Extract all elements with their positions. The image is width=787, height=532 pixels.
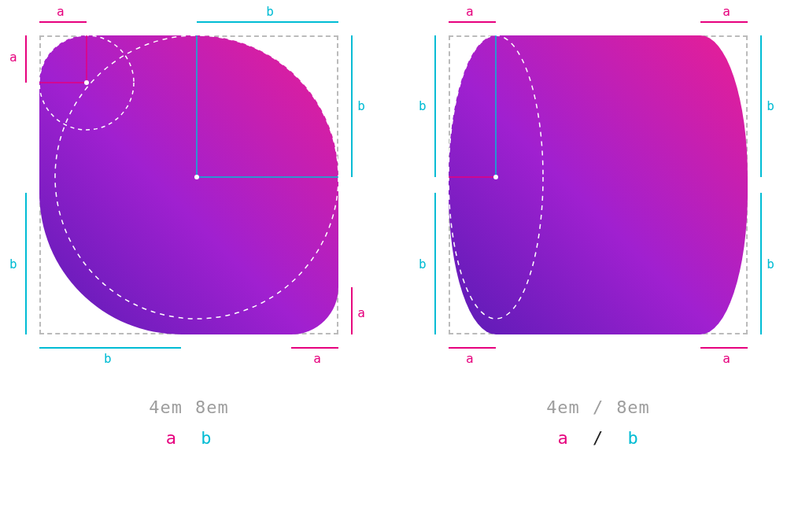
dim-right-top-b (760, 35, 762, 177)
dim-bottom-left-a (449, 347, 496, 349)
dim-right-b (351, 35, 353, 177)
dim-bottom-right-a (700, 347, 748, 349)
syntax-annot: a / b (433, 428, 763, 448)
rounded-box-left (39, 35, 338, 334)
dim-label: b (767, 98, 774, 113)
rounded-box-right (449, 35, 748, 334)
dim-label: a (466, 4, 474, 19)
dim-label: b (266, 4, 274, 19)
dim-left-b (25, 193, 27, 334)
dim-label: b (9, 257, 17, 272)
dim-left-bottom-b (434, 193, 436, 334)
dim-right-a (351, 287, 353, 334)
dim-top-a (39, 21, 87, 23)
diagram-wrap: a a b b a a b b 4em8em (0, 0, 787, 448)
dim-label: b (767, 257, 774, 272)
caption-left: 4em8em a b (24, 397, 354, 448)
dim-label: a (57, 4, 65, 19)
dim-top-b (197, 21, 338, 23)
caption-right: 4em/8em a / b (433, 397, 763, 448)
dim-top-right-a (700, 21, 748, 23)
syntax-text: 4em8em (24, 397, 354, 417)
dim-label: b (104, 351, 112, 366)
shape-holder-right: a a b b b b a a (449, 35, 748, 334)
panel-left: a a b b a a b b 4em8em (24, 35, 354, 448)
syntax-text: 4em/8em (433, 397, 763, 417)
shape-holder-left: a a b b a a b b (39, 35, 338, 334)
dim-label: a (9, 50, 17, 65)
dim-label: a (313, 351, 321, 366)
dim-label: b (419, 257, 427, 272)
dim-label: a (357, 305, 365, 320)
dim-bottom-a (291, 347, 338, 349)
dim-label: a (466, 351, 474, 366)
dim-top-left-a (449, 21, 496, 23)
dim-bottom-b (39, 347, 181, 349)
dim-label: b (419, 98, 427, 113)
dim-left-top-b (434, 35, 436, 177)
dim-right-bottom-b (760, 193, 762, 334)
syntax-annot: a b (24, 428, 354, 448)
dim-label: b (357, 98, 365, 113)
dim-label: a (722, 4, 730, 19)
dim-left-a (25, 35, 27, 83)
dim-label: a (722, 351, 730, 366)
panel-right: a a b b b b a a 4em/8em (433, 35, 763, 448)
